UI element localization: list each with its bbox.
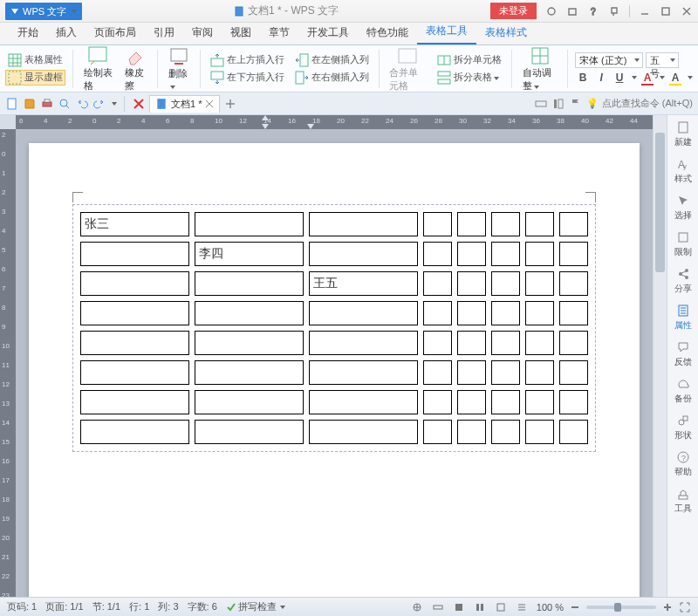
- table-cell[interactable]: [309, 212, 418, 236]
- tab-9[interactable]: 表格工具: [417, 20, 476, 44]
- table-cell[interactable]: [525, 331, 554, 355]
- minimize-button[interactable]: [639, 5, 651, 17]
- save-icon[interactable]: [23, 97, 37, 111]
- close-button[interactable]: [681, 5, 693, 17]
- insert-row-below-button[interactable]: 在下方插入行: [208, 70, 287, 86]
- rpanel-new[interactable]: 新建: [674, 120, 692, 148]
- zoom-value[interactable]: 100 %: [537, 602, 564, 613]
- close-tab-icon[interactable]: [205, 99, 214, 108]
- tab-10[interactable]: 表格样式: [476, 22, 536, 44]
- table-cell[interactable]: [423, 390, 452, 414]
- maximize-button[interactable]: [660, 5, 672, 17]
- table-cell[interactable]: 王五: [309, 271, 418, 296]
- nav-icon[interactable]: [551, 97, 565, 111]
- tab-2[interactable]: 页面布局: [86, 22, 145, 44]
- table-cell[interactable]: [457, 360, 486, 385]
- font-color-button[interactable]: A: [640, 70, 655, 86]
- table-cell[interactable]: [195, 212, 304, 236]
- zoom-out-button[interactable]: [569, 601, 581, 613]
- vertical-scrollbar[interactable]: [653, 115, 667, 597]
- table-cell[interactable]: [423, 360, 452, 385]
- document-table[interactable]: 张三李四王五: [75, 207, 593, 449]
- show-gridlines-button[interactable]: 显示虚框: [5, 70, 65, 86]
- document-tab[interactable]: 文档1 *: [149, 95, 220, 113]
- table-cell[interactable]: [80, 271, 189, 296]
- table-cell[interactable]: [195, 271, 304, 296]
- rpanel-feedback[interactable]: 反馈: [674, 340, 692, 368]
- table-cell[interactable]: [195, 360, 304, 385]
- view-draft-icon[interactable]: [516, 601, 528, 613]
- rpanel-help[interactable]: ?帮助: [674, 450, 692, 478]
- table-cell[interactable]: [491, 242, 520, 266]
- table-cell[interactable]: [423, 420, 452, 444]
- table-properties-button[interactable]: 表格属性: [5, 52, 65, 68]
- table-cell[interactable]: [457, 242, 486, 266]
- new-icon[interactable]: [5, 97, 19, 111]
- table-cell[interactable]: [423, 331, 452, 355]
- table-cell[interactable]: [525, 271, 554, 296]
- eraser-button[interactable]: 橡皮擦: [121, 45, 150, 92]
- help-icon[interactable]: ?: [587, 5, 599, 17]
- highlight-button[interactable]: A: [667, 70, 683, 86]
- table-cell[interactable]: [423, 301, 452, 325]
- preview-icon[interactable]: [58, 97, 72, 111]
- table-cell[interactable]: [309, 420, 418, 444]
- view-print-icon[interactable]: [453, 601, 465, 613]
- table-cell[interactable]: [457, 331, 486, 355]
- document-scroll-area[interactable]: 张三李四王五: [16, 129, 653, 597]
- table-cell[interactable]: [525, 420, 554, 444]
- rpanel-style[interactable]: Ay样式: [674, 157, 692, 185]
- zoom-fit-button[interactable]: [679, 601, 691, 613]
- rpanel-limit[interactable]: 限制: [674, 230, 692, 258]
- table-cell[interactable]: [80, 390, 189, 414]
- insert-col-left-button[interactable]: 在左侧插入列: [292, 52, 372, 68]
- table-cell[interactable]: [525, 301, 554, 325]
- rpanel-tools[interactable]: 工具: [674, 487, 692, 515]
- insert-col-right-button[interactable]: 在右侧插入列: [292, 70, 372, 86]
- ruler-toggle-icon[interactable]: [534, 97, 548, 111]
- home-tab-icon[interactable]: [132, 97, 146, 111]
- status-line[interactable]: 行: 1: [129, 600, 149, 613]
- table-cell[interactable]: [559, 331, 588, 355]
- table-cell[interactable]: [80, 331, 189, 355]
- table-cell[interactable]: [491, 212, 520, 236]
- table-cell[interactable]: [525, 390, 554, 414]
- table-cell[interactable]: [559, 242, 588, 266]
- autofit-button[interactable]: 自动调整: [519, 45, 560, 92]
- zoom-in-button[interactable]: [661, 601, 674, 613]
- italic-button[interactable]: I: [593, 70, 609, 86]
- merge-cells-button[interactable]: 合并单元格: [386, 45, 429, 92]
- insert-row-above-button[interactable]: 在上方插入行: [208, 52, 287, 68]
- table-cell[interactable]: [559, 271, 588, 296]
- table-cell[interactable]: [195, 331, 304, 355]
- table-cell[interactable]: [423, 271, 452, 296]
- status-chars[interactable]: 字数: 6: [188, 600, 217, 613]
- sync-icon[interactable]: [545, 5, 558, 17]
- rpanel-props[interactable]: 属性: [674, 304, 692, 332]
- draw-table-button[interactable]: 绘制表格: [80, 45, 116, 92]
- undo-icon[interactable]: [75, 97, 89, 111]
- table-cell[interactable]: 李四: [195, 242, 304, 266]
- view-outline-icon[interactable]: [474, 601, 486, 613]
- table-cell[interactable]: [457, 420, 486, 444]
- tab-1[interactable]: 插入: [47, 22, 86, 44]
- redo-icon[interactable]: [92, 97, 106, 111]
- tab-3[interactable]: 引用: [145, 22, 183, 44]
- tab-6[interactable]: 章节: [260, 22, 298, 44]
- print-icon[interactable]: [40, 97, 54, 111]
- table-cell[interactable]: [525, 242, 554, 266]
- table-cell[interactable]: [525, 212, 554, 236]
- login-button[interactable]: 未登录: [490, 3, 537, 19]
- pin-icon[interactable]: [608, 5, 620, 17]
- table-cell[interactable]: [423, 212, 452, 236]
- view-web-icon[interactable]: [495, 601, 507, 613]
- table-cell[interactable]: [309, 301, 418, 325]
- table-cell[interactable]: [195, 390, 304, 414]
- horizontal-ruler[interactable]: 6420246810121416182022242628303234363840…: [16, 115, 653, 129]
- font-size-combo[interactable]: 五号: [646, 52, 679, 68]
- rpanel-shape[interactable]: 形状: [674, 414, 692, 441]
- view-read-icon[interactable]: [432, 601, 444, 613]
- tab-5[interactable]: 视图: [222, 22, 260, 44]
- table-cell[interactable]: [491, 331, 520, 355]
- status-section[interactable]: 节: 1/1: [92, 600, 120, 613]
